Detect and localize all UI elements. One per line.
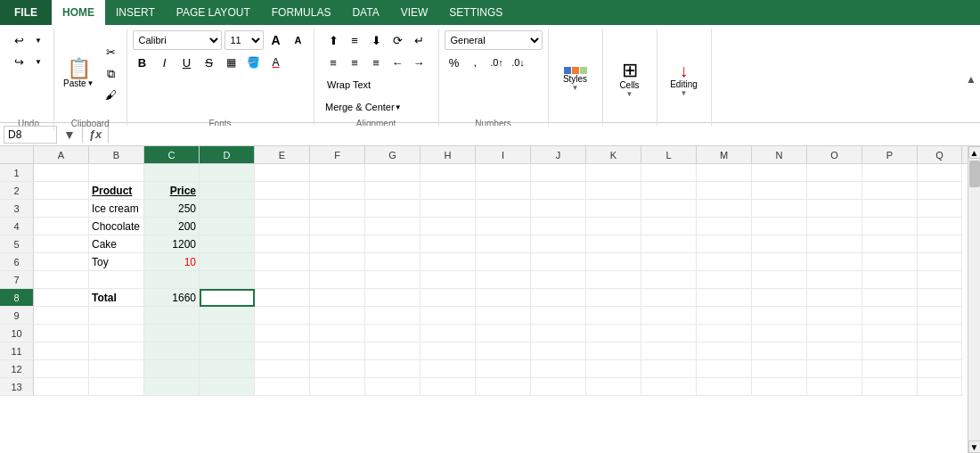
- cell-b2[interactable]: Product: [89, 182, 144, 200]
- cell-h1[interactable]: [421, 164, 476, 182]
- cell-e9[interactable]: [255, 307, 310, 325]
- cell-q2[interactable]: [918, 182, 962, 200]
- cell-d7[interactable]: [200, 271, 255, 289]
- cell-m9[interactable]: [697, 307, 752, 325]
- cell-m10[interactable]: [697, 325, 752, 342]
- cell-o8[interactable]: [807, 289, 862, 307]
- cell-n4[interactable]: [752, 218, 807, 235]
- cell-f12[interactable]: [310, 360, 365, 378]
- cell-i5[interactable]: [476, 235, 531, 253]
- cell-q8[interactable]: [918, 289, 962, 307]
- borders-button[interactable]: ▦: [222, 53, 241, 72]
- cell-c9[interactable]: [144, 307, 200, 325]
- cell-o1[interactable]: [807, 164, 862, 182]
- corner-cell[interactable]: [0, 146, 34, 163]
- cell-c1[interactable]: [144, 164, 200, 182]
- cells-button[interactable]: ⊞ Cells ▼: [608, 57, 651, 102]
- number-format-select[interactable]: General: [445, 30, 543, 50]
- col-header-a[interactable]: A: [34, 146, 89, 163]
- cell-c8[interactable]: 1660: [144, 289, 200, 307]
- cell-m4[interactable]: [697, 218, 752, 235]
- cell-j4[interactable]: [531, 218, 586, 235]
- cell-p1[interactable]: [862, 164, 918, 182]
- fill-color-button[interactable]: 🪣: [244, 53, 264, 72]
- col-header-j[interactable]: J: [531, 146, 586, 163]
- cell-e12[interactable]: [255, 360, 310, 378]
- cell-p8[interactable]: [862, 289, 918, 307]
- styles-button[interactable]: Styles ▼: [554, 63, 597, 95]
- cell-l7[interactable]: [641, 271, 697, 289]
- col-header-o[interactable]: O: [807, 146, 862, 163]
- cell-i3[interactable]: [476, 200, 531, 218]
- col-header-l[interactable]: L: [641, 146, 697, 163]
- cell-k13[interactable]: [586, 378, 641, 396]
- cell-p5[interactable]: [862, 235, 918, 253]
- cell-f13[interactable]: [310, 378, 365, 396]
- cell-h7[interactable]: [421, 271, 476, 289]
- strikethrough-button[interactable]: S: [200, 53, 219, 72]
- cell-c11[interactable]: [144, 342, 200, 360]
- cell-h9[interactable]: [421, 307, 476, 325]
- cell-k7[interactable]: [586, 271, 641, 289]
- cell-l10[interactable]: [641, 325, 697, 342]
- editing-button[interactable]: ↓ Editing ▼: [663, 58, 706, 101]
- cell-k9[interactable]: [586, 307, 641, 325]
- cell-i7[interactable]: [476, 271, 531, 289]
- cell-m7[interactable]: [697, 271, 752, 289]
- cell-a5[interactable]: [34, 235, 89, 253]
- cell-g8[interactable]: [365, 289, 421, 307]
- decrease-decimal-button[interactable]: .0↓: [509, 53, 528, 72]
- col-header-m[interactable]: M: [697, 146, 752, 163]
- cell-q1[interactable]: [918, 164, 962, 182]
- merge-center-dropdown[interactable]: Merge & Center ▼: [323, 97, 404, 117]
- indent-increase-button[interactable]: →: [409, 53, 429, 72]
- cell-a12[interactable]: [34, 360, 89, 378]
- cell-j3[interactable]: [531, 200, 586, 218]
- tab-formulas[interactable]: FORMULAS: [261, 0, 342, 25]
- cell-j11[interactable]: [531, 342, 586, 360]
- cell-m11[interactable]: [697, 342, 752, 360]
- cell-l1[interactable]: [641, 164, 697, 182]
- cell-l6[interactable]: [641, 253, 697, 271]
- cell-j2[interactable]: [531, 182, 586, 200]
- cell-k5[interactable]: [586, 235, 641, 253]
- row-header-6[interactable]: 6: [0, 253, 34, 271]
- cell-k4[interactable]: [586, 218, 641, 235]
- tab-home[interactable]: HOME: [52, 0, 105, 25]
- cell-m3[interactable]: [697, 200, 752, 218]
- increase-decimal-button[interactable]: .0↑: [487, 53, 507, 72]
- cell-p4[interactable]: [862, 218, 918, 235]
- cell-i8[interactable]: [476, 289, 531, 307]
- cell-a9[interactable]: [34, 307, 89, 325]
- scroll-up-button[interactable]: ▲: [968, 146, 981, 159]
- cell-k12[interactable]: [586, 360, 641, 378]
- col-header-f[interactable]: F: [310, 146, 365, 163]
- copy-button[interactable]: ⧉: [102, 64, 121, 84]
- cell-d12[interactable]: [200, 360, 255, 378]
- cell-g11[interactable]: [365, 342, 421, 360]
- col-header-p[interactable]: P: [862, 146, 918, 163]
- cell-a6[interactable]: [34, 253, 89, 271]
- cell-l5[interactable]: [641, 235, 697, 253]
- decrease-font-size-button[interactable]: A: [289, 30, 308, 50]
- row-header-12[interactable]: 12: [0, 360, 34, 378]
- cell-f9[interactable]: [310, 307, 365, 325]
- cell-n2[interactable]: [752, 182, 807, 200]
- cell-b8[interactable]: Total: [89, 289, 144, 307]
- cell-o12[interactable]: [807, 360, 862, 378]
- cut-button[interactable]: ✂: [102, 43, 121, 62]
- cell-e1[interactable]: [255, 164, 310, 182]
- cell-m2[interactable]: [697, 182, 752, 200]
- cell-i11[interactable]: [476, 342, 531, 360]
- cell-g6[interactable]: [365, 253, 421, 271]
- cell-i2[interactable]: [476, 182, 531, 200]
- col-header-n[interactable]: N: [752, 146, 807, 163]
- cell-j12[interactable]: [531, 360, 586, 378]
- cell-l3[interactable]: [641, 200, 697, 218]
- cell-l8[interactable]: [641, 289, 697, 307]
- cell-a2[interactable]: [34, 182, 89, 200]
- cell-o4[interactable]: [807, 218, 862, 235]
- format-painter-button[interactable]: 🖌: [102, 86, 121, 105]
- tab-view[interactable]: VIEW: [390, 0, 439, 25]
- cell-g4[interactable]: [365, 218, 421, 235]
